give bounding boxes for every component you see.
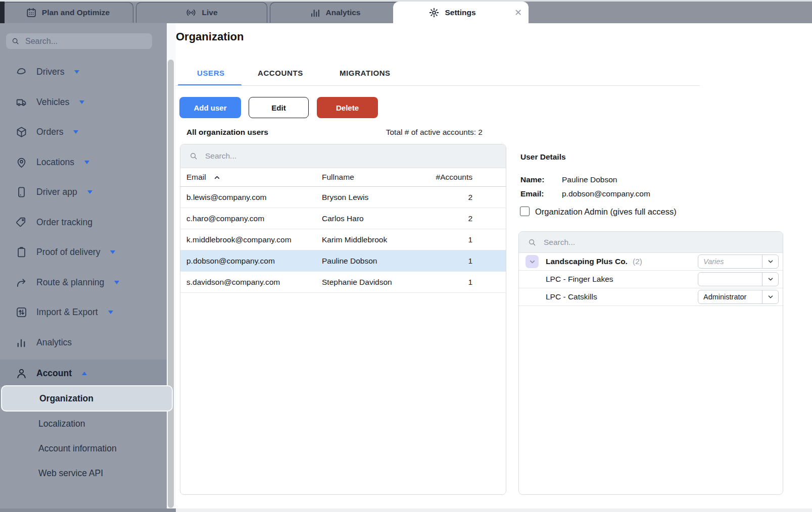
- table-row[interactable]: c.haro@company.comCarlos Haro2: [180, 208, 506, 229]
- cell-accounts: 1: [468, 257, 472, 266]
- caret-down-icon: [108, 311, 113, 314]
- close-icon[interactable]: ✕: [514, 8, 522, 17]
- role-select-value: [698, 273, 762, 286]
- table-header: Email Fullname #Accounts: [180, 168, 506, 187]
- column-header-email[interactable]: Email: [186, 173, 221, 182]
- cap-icon: [15, 66, 28, 78]
- sidebar-item-proof-of-delivery[interactable]: Proof of delivery: [0, 237, 167, 268]
- tab-label: Live: [202, 8, 217, 17]
- role-select[interactable]: Varies: [698, 254, 779, 269]
- users-search[interactable]: [180, 144, 506, 168]
- pin-icon: [15, 156, 28, 169]
- tab-live[interactable]: Live: [136, 2, 267, 23]
- sidebar-item-label: Import & Export: [36, 307, 98, 318]
- sort-ascending-icon[interactable]: [213, 174, 221, 181]
- gear-icon: [428, 7, 440, 18]
- tree-row-lpc-catskills: LPC - CatskillsAdministrator: [519, 288, 783, 306]
- tree-row-lpc-finger-lakes: LPC - Finger Lakes: [519, 271, 783, 288]
- role-select-value: Administrator: [698, 290, 762, 303]
- clipboard-icon: [15, 246, 28, 259]
- table-row[interactable]: p.dobson@company.comPauline Dobson1: [180, 250, 506, 272]
- tab-plan-and-optimize[interactable]: Plan and Optimize: [2, 2, 133, 23]
- accounts-tree-card: Landscaping Plus Co.(2)VariesLPC - Finge…: [518, 231, 783, 495]
- caret-down-icon: [73, 130, 78, 134]
- caret-down-icon: [74, 70, 79, 74]
- chevron-down-icon: [767, 293, 774, 300]
- sidebar-item-analytics[interactable]: Analytics: [0, 328, 167, 358]
- cell-accounts: 2: [468, 193, 472, 202]
- sidebar-item-label: Order tracking: [36, 217, 92, 228]
- cell-accounts: 1: [468, 235, 472, 244]
- add-user-button[interactable]: Add user: [179, 97, 241, 118]
- sidebar-item-driver-app[interactable]: Driver app: [0, 177, 167, 208]
- chevron-down-icon: [762, 255, 778, 268]
- tab-settings[interactable]: Settings✕: [393, 2, 529, 23]
- truck-icon: [15, 96, 28, 109]
- bars-icon: [15, 336, 28, 349]
- sidebar-item-account[interactable]: Account: [0, 360, 167, 387]
- email-value: p.dobson@company.com: [562, 189, 650, 198]
- sidebar-search[interactable]: [6, 33, 152, 49]
- window-edge: [0, 0, 5, 23]
- sidebar-subitem-web-service-api[interactable]: Web service API: [0, 461, 167, 486]
- table-row[interactable]: k.middlebrook@company.comKarim Middlebro…: [180, 229, 506, 250]
- users-table-card: Email Fullname #Accounts b.lewis@company…: [180, 144, 506, 495]
- list-title: All organization users: [186, 128, 268, 137]
- caret-down-icon: [110, 250, 115, 254]
- cell-fullname: Carlos Haro: [322, 214, 364, 223]
- sidebar-item-order-tracking[interactable]: Order tracking: [0, 208, 167, 238]
- bar-chart-icon: [310, 7, 321, 18]
- calendar-icon: [26, 7, 37, 18]
- column-header-accounts[interactable]: #Accounts: [436, 173, 472, 182]
- tab-label: Plan and Optimize: [42, 8, 110, 17]
- sidebar-nav: DriversVehiclesOrdersLocationsDriver app…: [0, 57, 167, 357]
- organization-admin-checkbox[interactable]: [520, 207, 530, 216]
- sidebar-subitem-localization[interactable]: Localization: [0, 412, 167, 436]
- sidebar-item-label: Analytics: [36, 337, 72, 348]
- search-icon: [11, 37, 20, 45]
- tab-accounts[interactable]: ACCOUNTS: [258, 69, 303, 77]
- accounts-search-input[interactable]: [543, 237, 774, 247]
- sidebar-subitem-account-information[interactable]: Account information: [0, 436, 167, 461]
- chevron-down-icon: [767, 258, 774, 265]
- accounts-search[interactable]: [519, 232, 783, 253]
- sidebar-search-input[interactable]: [24, 36, 147, 46]
- package-icon: [15, 126, 28, 138]
- sidebar-item-drivers[interactable]: Drivers: [0, 57, 167, 87]
- email-label: Email:: [520, 189, 544, 198]
- caret-up-icon: [82, 372, 87, 375]
- sidebar-subitem-organization[interactable]: Organization: [1, 385, 173, 412]
- sidebar-item-import-export[interactable]: Import & Export: [0, 297, 167, 328]
- table-body: b.lewis@company.comBryson Lewis2c.haro@c…: [180, 187, 506, 293]
- account-name: LPC - Catskills: [546, 292, 597, 301]
- sidebar-scrollbar-thumb[interactable]: [168, 60, 174, 508]
- sidebar-item-label: Account: [36, 368, 72, 379]
- search-icon: [189, 151, 198, 161]
- role-select[interactable]: [698, 272, 779, 286]
- cell-accounts: 1: [468, 278, 472, 287]
- sidebar-item-vehicles[interactable]: Vehicles: [0, 87, 167, 118]
- sidebar-item-label: Route & planning: [36, 277, 104, 288]
- sidebar-item-label: Proof of delivery: [36, 247, 100, 258]
- column-header-fullname[interactable]: Fullname: [322, 173, 354, 182]
- sidebar-item-orders[interactable]: Orders: [0, 117, 167, 147]
- sidebar-item-route-planning[interactable]: Route & planning: [0, 268, 167, 298]
- tab-users[interactable]: USERS: [197, 69, 225, 77]
- sidebar-item-label: Drivers: [36, 67, 64, 77]
- cell-fullname: Stephanie Davidson: [322, 278, 392, 287]
- delete-button[interactable]: Delete: [317, 97, 378, 118]
- edit-button[interactable]: Edit: [249, 97, 309, 118]
- window-top-edge: [0, 0, 812, 2]
- role-select[interactable]: Administrator: [698, 290, 779, 304]
- tab-label: Analytics: [326, 8, 361, 17]
- sidebar-item-label: Locations: [36, 157, 74, 168]
- tab-analytics[interactable]: Analytics: [270, 2, 400, 23]
- sidebar-item-locations[interactable]: Locations: [0, 147, 167, 178]
- table-row[interactable]: b.lewis@company.comBryson Lewis2: [180, 187, 506, 208]
- tab-migrations[interactable]: MIGRATIONS: [340, 69, 391, 77]
- chevron-down-icon: [762, 273, 778, 286]
- phone-icon: [15, 186, 28, 198]
- table-row[interactable]: s.davidson@company.comStephanie Davidson…: [180, 272, 506, 293]
- expand-collapse-button[interactable]: [526, 255, 539, 268]
- users-search-input[interactable]: [204, 151, 497, 161]
